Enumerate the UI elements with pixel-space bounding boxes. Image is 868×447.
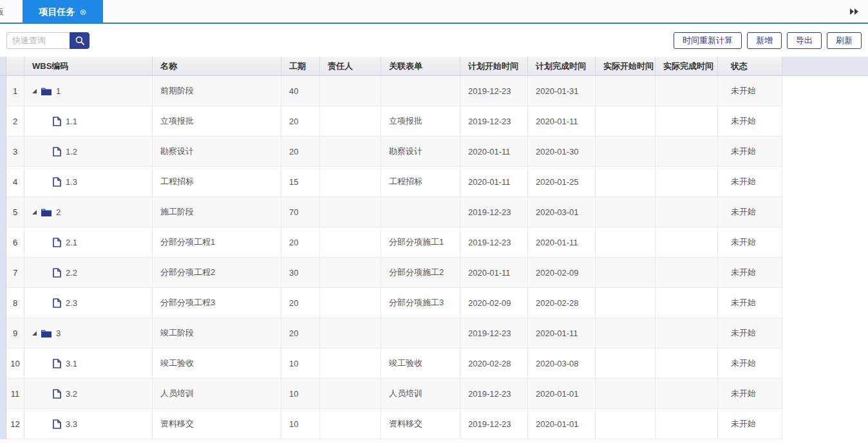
- plan-end: 2020-02-09: [528, 258, 596, 288]
- table-row[interactable]: 113.2人员培训10人员培训2019-12-232020-01-01未开始: [0, 379, 868, 409]
- table-row[interactable]: 123.3资料移交10资料移交2019-12-232020-01-01未开始: [0, 409, 868, 439]
- linked-form: 人员培训: [381, 379, 460, 409]
- tab-project-tasks[interactable]: 项目任务 ⊗: [23, 0, 103, 24]
- search-input[interactable]: [6, 32, 70, 49]
- linked-form: [381, 318, 460, 348]
- column-header-form[interactable]: 关联表单: [381, 57, 460, 76]
- file-icon: [53, 177, 61, 187]
- table-row[interactable]: 82.3分部分项工程320分部分项施工32020-02-092020-02-28…: [0, 288, 868, 318]
- owner: [320, 227, 381, 258]
- table-row[interactable]: 21.1立项报批20立项报批2019-12-232020-01-11未开始: [0, 106, 868, 137]
- row-strip: [0, 379, 6, 409]
- linked-form: 工程招标: [381, 167, 460, 197]
- double-chevron-icon[interactable]: [850, 8, 858, 15]
- actual-end: [656, 288, 718, 318]
- column-header-wbs[interactable]: WBS编码: [24, 57, 153, 76]
- duration: 70: [281, 197, 320, 227]
- header-strip-cell: [0, 57, 6, 76]
- refresh-button[interactable]: 刷新: [827, 32, 862, 49]
- column-header-name[interactable]: 名称: [153, 57, 281, 76]
- column-header-plan-end[interactable]: 计划完成时间: [528, 57, 596, 76]
- folder-icon: [41, 87, 52, 95]
- add-button[interactable]: 新增: [747, 32, 782, 49]
- column-header-duration[interactable]: 工期: [281, 57, 320, 76]
- plan-start: 2019-12-23: [460, 409, 528, 439]
- plan-start: 2019-12-23: [460, 197, 528, 227]
- plan-start: 2019-12-23: [460, 379, 528, 409]
- actual-end: [656, 318, 718, 348]
- linked-form: 分部分项施工1: [381, 227, 460, 258]
- recalculate-time-button[interactable]: 时间重新计算: [674, 32, 742, 49]
- column-header-plan-start[interactable]: 计划开始时间: [460, 57, 528, 76]
- column-header-status[interactable]: 状态: [718, 57, 782, 76]
- plan-end: 2020-01-30: [528, 137, 596, 167]
- status: 未开始: [718, 409, 782, 439]
- linked-form: [381, 76, 460, 106]
- column-header-actual-start[interactable]: 实际开始时间: [596, 57, 656, 76]
- actual-end: [656, 137, 718, 167]
- table-row[interactable]: 103.1竣工验收10竣工验收2020-02-282020-03-08未开始: [0, 348, 868, 379]
- wbs-cell: 3.2: [24, 379, 153, 409]
- row-number: 8: [6, 288, 24, 318]
- wbs-cell: 2.1: [24, 227, 153, 258]
- actual-start: [596, 258, 656, 288]
- wbs-cell: 2: [24, 197, 153, 227]
- wbs-code: 2: [56, 207, 61, 217]
- linked-form: [381, 197, 460, 227]
- table-body: 11前期阶段402019-12-232020-01-31未开始21.1立项报批2…: [0, 76, 868, 439]
- table-row[interactable]: 31.2勘察设计20勘察设计2020-01-112020-01-30未开始: [0, 137, 868, 167]
- row-number: 6: [6, 227, 24, 258]
- tab-partial[interactable]: 版: [0, 6, 4, 18]
- column-header-owner[interactable]: 责任人: [320, 57, 381, 76]
- plan-end: 2020-03-01: [528, 197, 596, 227]
- row-strip: [0, 137, 6, 167]
- table-row[interactable]: 52施工阶段702019-12-232020-03-01未开始: [0, 197, 868, 227]
- status: 未开始: [718, 167, 782, 197]
- plan-end: 2020-01-01: [528, 409, 596, 439]
- actual-start: [596, 197, 656, 227]
- table-row[interactable]: 62.1分部分项工程120分部分项施工12019-12-232020-01-11…: [0, 227, 868, 258]
- actual-start: [596, 409, 656, 439]
- plan-start: 2020-01-11: [460, 167, 528, 197]
- collapse-triangle-icon[interactable]: [32, 210, 37, 214]
- column-header-actual-end[interactable]: 实际完成时间: [656, 57, 718, 76]
- search-button[interactable]: [70, 32, 90, 49]
- task-name: 前期阶段: [153, 76, 281, 106]
- owner: [320, 197, 381, 227]
- wbs-code: 3: [56, 328, 61, 338]
- export-button[interactable]: 导出: [787, 32, 822, 49]
- row-number: 4: [6, 167, 24, 197]
- header-extension: [782, 57, 868, 76]
- actual-start: [596, 318, 656, 348]
- row-number: 5: [6, 197, 24, 227]
- wbs-code: 2.2: [66, 268, 77, 278]
- wbs-cell: 3: [24, 318, 153, 348]
- close-icon[interactable]: ⊗: [80, 8, 87, 16]
- task-name: 分部分项工程3: [153, 288, 281, 318]
- collapse-triangle-icon[interactable]: [32, 331, 37, 336]
- task-name: 资料移交: [153, 409, 281, 439]
- owner: [320, 288, 381, 318]
- wbs-cell: 3.1: [24, 348, 153, 379]
- linked-form: 分部分项施工2: [381, 258, 460, 288]
- table-row[interactable]: 41.3工程招标15工程招标2020-01-112020-01-25未开始: [0, 167, 868, 197]
- task-name: 勘察设计: [153, 137, 281, 167]
- row-number: 7: [6, 258, 24, 288]
- plan-end: 2020-01-01: [528, 379, 596, 409]
- actual-end: [656, 258, 718, 288]
- folder-icon: [41, 329, 52, 338]
- collapse-triangle-icon[interactable]: [32, 89, 37, 93]
- owner: [320, 137, 381, 167]
- owner: [320, 76, 381, 106]
- owner: [320, 318, 381, 348]
- task-table: WBS编码名称工期责任人关联表单计划开始时间计划完成时间实际开始时间实际完成时间…: [0, 57, 868, 439]
- table-row[interactable]: 72.2分部分项工程230分部分项施工22020-01-112020-02-09…: [0, 258, 868, 288]
- table-row[interactable]: 93竣工阶段202019-12-232020-01-11未开始: [0, 318, 868, 348]
- actual-end: [656, 409, 718, 439]
- row-strip: [0, 167, 6, 197]
- plan-end: 2020-03-08: [528, 348, 596, 379]
- duration: 20: [281, 318, 320, 348]
- owner: [320, 167, 381, 197]
- table-row[interactable]: 11前期阶段402019-12-232020-01-31未开始: [0, 76, 868, 106]
- row-number: 3: [6, 137, 24, 167]
